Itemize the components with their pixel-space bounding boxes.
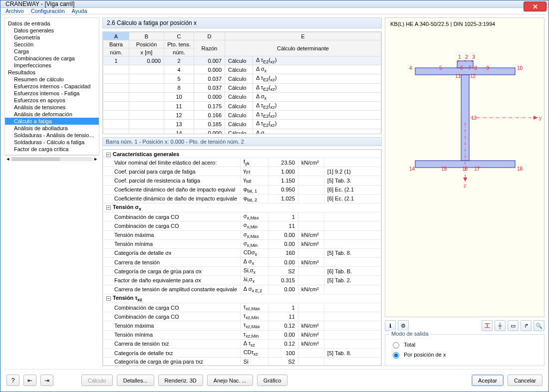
svg-text:y: y [539, 115, 542, 121]
detail-row[interactable]: Carrera de tensiónΔ σx0.00kN/cm² [103, 258, 381, 267]
detail-row[interactable]: Coeficiente dinámico de daño de impacto … [103, 194, 381, 203]
detail-row[interactable]: Carrera de tensión τxzΔ τxz0.12kN/cm² [103, 339, 381, 348]
detail-row[interactable]: Carrera de tensión de amplitud constante… [103, 285, 381, 294]
help-icon[interactable]: ? [6, 375, 19, 386]
detail-row[interactable]: Combinación de carga COσx,Max1 [103, 212, 381, 221]
nav-item[interactable]: Factor de carga crítica [5, 146, 99, 153]
results-grid[interactable]: A B C D E Barra Posición Pto. tens. Razó… [102, 31, 382, 134]
view-points-icon[interactable]: ↱ [521, 320, 532, 331]
render3d-button[interactable]: Renderiz. 3D [158, 375, 203, 386]
export-icon[interactable]: ⇥ [40, 375, 53, 386]
detail-row[interactable]: Combinación de carga COτxz,Max1 [103, 303, 381, 312]
accept-button[interactable]: Aceptar [472, 375, 504, 386]
nav-scrollbar[interactable]: ◂▸ [4, 155, 99, 162]
nav-item[interactable]: Geometría [5, 34, 99, 41]
nav-item[interactable]: Imperfecciones [5, 62, 99, 69]
nav-item[interactable]: Cálculo a fatiga [5, 118, 99, 125]
svg-text:18: 18 [517, 166, 523, 172]
anejo-button[interactable]: Anejo Nac. ... [207, 375, 253, 386]
import-icon[interactable]: ⇤ [23, 375, 36, 386]
svg-rect-0 [415, 68, 515, 75]
view-section-icon[interactable]: 工 [482, 320, 493, 331]
table-row[interactable]: 80.037CálculoΔ τE2(xz) [103, 83, 381, 92]
col-A[interactable]: A [103, 32, 129, 40]
detail-row[interactable]: Categoría de detalle σxCDσx160[5] Tab. 8… [103, 248, 381, 257]
table-row[interactable]: 110.175CálculoΔ τE2(xz) [103, 101, 381, 110]
detail-row[interactable]: Categoría de carga de grúa para σxSi,σxS… [103, 267, 381, 276]
col-C[interactable]: C [164, 32, 194, 40]
table-row[interactable]: 10.00020.007CálculoΔ τE2(xz) [103, 56, 381, 65]
detail-row[interactable]: Combinación de carga COτxz,Min11 [103, 312, 381, 321]
svg-point-29 [465, 60, 466, 62]
detail-title: Barra núm. 1 - Posición x: 0.000 - Pto. … [102, 137, 382, 146]
col-D[interactable]: D [194, 32, 225, 40]
details-button[interactable]: Detalles... [117, 375, 154, 386]
nav-item[interactable]: Análisis de tensiones [5, 104, 99, 111]
detail-grid[interactable]: −Características generalesValor nominal … [102, 149, 382, 366]
radio-por-posicion[interactable] [393, 352, 399, 359]
nav-item[interactable]: Sección [5, 41, 99, 48]
col-E[interactable]: E [225, 32, 381, 40]
zoom-icon[interactable]: 🔍 [534, 320, 545, 331]
preview-toolbar: ℹ ⚙ 工 ┼ ▭ ↱ 🔍 [385, 320, 545, 331]
detail-row[interactable]: Tensión mínimaσx,Min0.00kN/cm² [103, 239, 381, 248]
detail-row[interactable]: Tensión mínimaτxz,Min0.00kN/cm² [103, 330, 381, 339]
menubar: Archivo Configuración Ayuda [0, 8, 549, 14]
col-B[interactable]: B [129, 32, 164, 40]
svg-text:10: 10 [517, 65, 523, 71]
nav-item[interactable]: Esfuerzos internos - Fatiga [5, 90, 99, 97]
close-button[interactable]: ✕ [524, 1, 547, 11]
nav-item[interactable]: Carga [5, 48, 99, 55]
detail-row[interactable]: Tensión máximaτxz,Max0.12kN/cm² [103, 321, 381, 330]
nav-item[interactable]: Esfuerzos internos - Capacidad [5, 83, 99, 90]
table-row[interactable]: 130.185CálculoΔ τE2(xz) [103, 120, 381, 129]
table-row[interactable]: 140.000CálculoΔ σx [103, 129, 381, 134]
nav-group[interactable]: Datos de entrada [5, 20, 99, 27]
window-title: CRANEWAY - [Viga carril] [5, 0, 74, 7]
svg-text:6: 6 [460, 65, 463, 71]
detail-row[interactable]: Categoría de carga de grúa para τxzSiS2 [103, 358, 381, 366]
cancel-button[interactable]: Cancelar [508, 375, 543, 386]
table-row[interactable]: 40.000CálculoΔ σx [103, 65, 381, 74]
detail-row[interactable]: Tensión máximaσx,Max0.00kN/cm² [103, 230, 381, 239]
nav-group[interactable]: Resultados [5, 69, 99, 76]
svg-text:15: 15 [441, 166, 447, 172]
detail-row[interactable]: Valor nominal del límite elástico del ac… [103, 158, 381, 167]
detail-row[interactable]: Coef. parcial de resistencia a fatigaγMf… [103, 176, 381, 185]
svg-marker-8 [463, 178, 467, 182]
svg-point-30 [472, 60, 473, 62]
menu-configuracion[interactable]: Configuración [31, 8, 65, 14]
table-row[interactable]: 100.000CálculoΔ σx [103, 92, 381, 101]
view-axes-icon[interactable]: ┼ [495, 320, 506, 331]
svg-text:11: 11 [455, 73, 461, 79]
menu-archivo[interactable]: Archivo [5, 8, 24, 14]
info-icon[interactable]: ℹ [385, 320, 396, 331]
nav-item[interactable]: Resumen de cálculo [5, 76, 99, 83]
nav-item[interactable]: Soldaduras - Cálculo a fatiga [5, 139, 99, 146]
detail-row[interactable]: Coef. parcial para carga de fatigaγFf1.0… [103, 167, 381, 176]
svg-text:3: 3 [472, 54, 475, 60]
nav-item[interactable]: Datos generales [5, 27, 99, 34]
nav-item[interactable]: Análisis de abolladura [5, 125, 99, 132]
section-preview[interactable]: KB(L) HE A 340-50/22.5 | DIN 1025-3:1994… [385, 17, 545, 317]
radio-total[interactable] [393, 342, 399, 349]
detail-row[interactable]: Factor de daño equivalente para σxλi,σx0… [103, 276, 381, 285]
nav-item[interactable]: Análisis de deformación [5, 111, 99, 118]
nav-item[interactable]: Combinaciones de carga [5, 55, 99, 62]
view-dim-icon[interactable]: ▭ [508, 320, 519, 331]
output-mode-group: Modo de salida Total Por posición de x [385, 334, 545, 366]
radio-por-posicion-label: Por posición de x [404, 352, 446, 358]
detail-row[interactable]: Combinación de carga COσx,Min11 [103, 221, 381, 230]
navigator-tree[interactable]: Datos de entradaDatos generalesGeometría… [4, 17, 99, 155]
nav-item[interactable]: Soldaduras - Análisis de tensiones [5, 132, 99, 139]
panel-title: 2.6 Cálculo a fatiga por posición x [102, 17, 382, 28]
calc-button[interactable]: Cálculo [81, 375, 113, 386]
table-row[interactable]: 120.166CálculoΔ τE2(xz) [103, 111, 381, 120]
detail-row[interactable]: Coeficiente dinámico del daño de impacto… [103, 185, 381, 194]
grafico-button[interactable]: Gráfico [257, 375, 287, 386]
detail-row[interactable]: Categoría de detalle τxzCDτxz100[5] Tab.… [103, 348, 381, 357]
settings-icon[interactable]: ⚙ [398, 320, 409, 331]
nav-item[interactable]: Esfuerzos en apoyos [5, 97, 99, 104]
menu-ayuda[interactable]: Ayuda [72, 8, 87, 14]
table-row[interactable]: 50.037CálculoΔ τE2(xz) [103, 74, 381, 83]
